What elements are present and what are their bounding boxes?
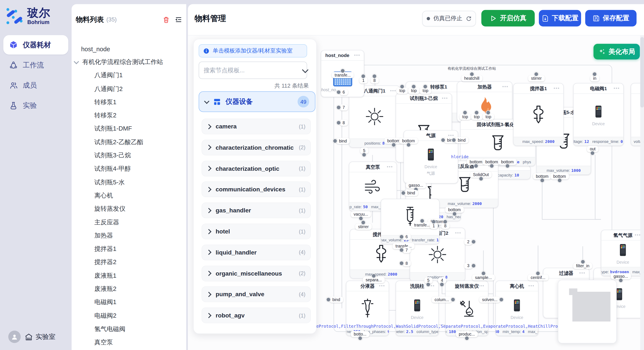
port-chip[interactable]: colum... <box>432 296 454 303</box>
port-chip[interactable]: 1 <box>359 75 367 84</box>
port-handle-icon[interactable] <box>399 234 404 239</box>
port-chip[interactable]: centrif... <box>528 272 548 281</box>
port-chip[interactable]: 5 <box>424 277 432 286</box>
port-chip[interactable]: 8 <box>400 260 411 266</box>
node-menu-icon[interactable] <box>390 90 397 91</box>
lab-link[interactable]: 实验室 <box>25 332 56 341</box>
port-chip[interactable]: solven... <box>479 296 502 303</box>
port-chip[interactable]: bottom <box>445 207 464 215</box>
port-handle-icon[interactable] <box>336 121 341 125</box>
refresh-icon[interactable] <box>466 16 471 21</box>
port-handle-icon[interactable] <box>336 105 341 110</box>
collapse-panel-icon[interactable] <box>175 16 182 23</box>
port-handle-icon[interactable] <box>481 271 486 276</box>
port-chip[interactable]: bottom <box>498 159 517 167</box>
port-chip[interactable]: 4 <box>438 277 446 286</box>
port-chip[interactable]: SolidOut <box>470 172 492 180</box>
chevron-down-icon[interactable] <box>74 59 79 64</box>
port-handle-icon[interactable] <box>441 138 445 142</box>
port-chip[interactable]: top <box>459 112 471 120</box>
category-row-gas_handler[interactable]: gas_handler(1) <box>202 203 311 218</box>
sidebar-item-experiment[interactable]: 实验 <box>4 96 68 115</box>
port-chip[interactable]: 7 <box>338 104 348 111</box>
port-handle-icon[interactable] <box>618 278 623 283</box>
tree-item[interactable]: 电磁阀1 <box>72 296 182 309</box>
port-handle-icon[interactable] <box>490 164 494 168</box>
tree-item[interactable]: 试剂瓶3-己烷 <box>72 149 182 162</box>
port-handle-icon[interactable] <box>474 164 478 168</box>
port-chip[interactable]: bottom <box>399 138 418 146</box>
port-handle-icon[interactable] <box>372 274 376 278</box>
category-row-hotel[interactable]: hotel(1) <box>202 223 311 239</box>
tree-item[interactable]: 搅拌器2 <box>72 256 182 269</box>
port-handle-icon[interactable] <box>452 212 456 216</box>
port-chip[interactable]: stirrer <box>355 222 372 230</box>
tree-item[interactable]: 真空泵 <box>72 336 182 349</box>
port-handle-icon[interactable] <box>452 138 456 142</box>
port-chip[interactable]: stirrer <box>528 73 544 81</box>
port-handle-icon[interactable] <box>333 139 337 143</box>
tree-item[interactable]: 试剂瓶5-水 <box>72 176 182 189</box>
port-chip[interactable]: separa... <box>363 275 384 283</box>
port-chip[interactable]: 8 <box>370 75 379 84</box>
port-chip[interactable]: bottom <box>550 173 569 181</box>
tree-item[interactable]: 电磁阀2 <box>72 309 182 323</box>
node-menu-icon[interactable] <box>554 88 560 89</box>
port-handle-icon[interactable] <box>580 259 585 264</box>
node-menu-icon[interactable] <box>528 285 535 286</box>
category-row-characterization_optic[interactable]: characterization_optic(1) <box>202 161 311 176</box>
port-handle-icon[interactable] <box>471 239 476 244</box>
port-chip[interactable]: 7 <box>400 247 411 253</box>
port-chip[interactable]: bind <box>402 190 418 196</box>
port-chip[interactable]: out <box>587 146 598 154</box>
search-template-input[interactable]: 搜索节点模板... <box>199 62 307 79</box>
port-handle-icon[interactable] <box>451 297 455 302</box>
port-handle-icon[interactable] <box>399 248 404 252</box>
tree-item[interactable]: 废液瓶1 <box>72 269 182 282</box>
tree-item[interactable]: 有机化学流程综合测试工作站 <box>72 55 182 69</box>
port-handle-icon[interactable] <box>399 261 404 265</box>
port-chip[interactable]: 6 <box>400 234 411 240</box>
minimap[interactable] <box>558 280 617 344</box>
port-handle-icon[interactable] <box>406 143 410 147</box>
category-row-characterization_chromatic[interactable]: characterization_chromatic(2) <box>202 140 311 155</box>
tree-item[interactable]: 八通阀门2 <box>72 82 182 96</box>
node-menu-icon[interactable] <box>379 285 386 286</box>
port-chip[interactable]: produc... <box>456 331 478 339</box>
node-menu-icon[interactable] <box>502 86 509 87</box>
category-row-organic_miscellaneous[interactable]: organic_miscellaneous(2) <box>202 266 311 281</box>
canvas-scrollbar-thumb[interactable] <box>640 37 644 107</box>
port-chip[interactable]: heatchill <box>461 73 482 81</box>
tree-item[interactable]: 试剂瓶4-甲醇 <box>72 162 182 176</box>
sim-status-pill[interactable]: 仿真已停止 <box>422 11 476 26</box>
category-row-camera[interactable]: camera(1) <box>202 119 311 134</box>
node-menu-icon[interactable] <box>478 285 485 286</box>
port-chip[interactable]: sample... <box>472 272 495 281</box>
port-handle-icon[interactable] <box>359 216 363 220</box>
delete-icon[interactable] <box>163 16 170 23</box>
port-chip[interactable]: filter_in <box>573 261 592 269</box>
graph-node[interactable]: 电磁阀1Devicevoltage:12response_time:0.1 <box>573 83 624 146</box>
port-handle-icon[interactable] <box>464 336 469 341</box>
category-row-pump_and_valve[interactable]: pump_and_valve(4) <box>202 287 311 302</box>
port-chip[interactable]: vacuu... <box>351 211 371 219</box>
sidebar-item-members[interactable]: 成员 <box>4 76 68 95</box>
beautify-layout-button[interactable]: 美化布局 <box>594 44 640 59</box>
tree-item[interactable]: 氢气电磁阀 <box>72 322 182 336</box>
tree-item[interactable]: 加热器 <box>72 229 182 242</box>
port-chip[interactable]: transfe... <box>332 70 354 78</box>
port-chip[interactable]: bind <box>327 296 343 303</box>
port-chip[interactable]: gasso... <box>406 182 426 190</box>
port-chip[interactable]: in <box>590 73 599 81</box>
category-row-robot_agv[interactable]: robot_agv(1) <box>202 308 311 323</box>
port-handle-icon[interactable] <box>420 219 424 223</box>
tree-item[interactable]: 搅拌器1 <box>72 242 182 256</box>
port-handle-icon[interactable] <box>479 176 483 181</box>
port-chip[interactable]: top <box>482 112 494 120</box>
port-chip[interactable]: top <box>408 85 420 94</box>
port-handle-icon[interactable] <box>391 143 396 147</box>
port-handle-icon[interactable] <box>326 297 330 302</box>
node-menu-icon[interactable] <box>580 272 586 274</box>
port-handle-icon[interactable] <box>471 263 476 268</box>
node-menu-icon[interactable] <box>442 98 449 99</box>
